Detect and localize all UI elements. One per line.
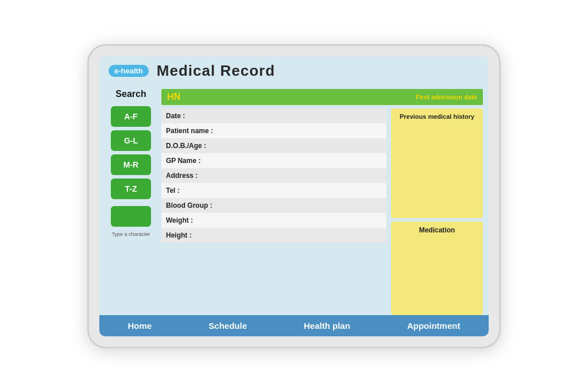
pmh-title: Previous medical history [400,113,474,120]
nav-btn-gl[interactable]: G-L [111,130,151,151]
main-content: Search A-F G-L M-R T-Z Type a character … [99,83,489,315]
form-row: Weight : [161,213,386,228]
form-field-label: Tel : [166,187,218,195]
type-char-box[interactable] [111,206,151,227]
form-field-label: Date : [166,112,218,120]
bottom-nav-item[interactable]: Health plan [304,321,350,331]
record-area: HN First admission date Date :Patient na… [161,83,483,315]
tablet-device: e-health Medical Record Search A-F G-L M… [87,44,501,348]
form-field-label: Patient name : [166,127,218,135]
hn-bar: HN First admission date [161,89,483,105]
form-field-label: Blood Group : [166,201,218,209]
form-row: Tel : [161,183,386,198]
app-title: Medical Record [157,62,275,80]
form-field-label: Weight : [166,216,218,224]
pmh-panel: Previous medical history [391,108,483,219]
form-field-label: Address : [166,172,218,180]
form-field-label: Height : [166,231,218,239]
form-row: D.O.B./Age : [161,138,386,153]
medication-title: Medication [419,226,455,234]
sidebar: Search A-F G-L M-R T-Z Type a character [105,83,157,315]
nav-btn-tz[interactable]: T-Z [111,178,151,199]
first-admission-label: First admission date [416,94,477,100]
app-header: e-health Medical Record [99,56,489,83]
record-body: Date :Patient name :D.O.B./Age :GP Name … [161,108,483,315]
form-field-label: GP Name : [166,157,218,165]
nav-btn-af[interactable]: A-F [111,106,151,127]
form-row: Height : [161,228,386,243]
ehealth-badge: e-health [109,65,149,77]
bottom-nav-item[interactable]: Schedule [208,321,247,331]
badge-text: e-health [114,67,143,75]
hn-label: HN [167,92,180,102]
tablet-screen: e-health Medical Record Search A-F G-L M… [99,56,489,336]
form-row: Date : [161,108,386,123]
bottom-nav-item[interactable]: Home [128,321,152,331]
type-char-label: Type a character [111,231,151,237]
medication-panel: Medication [391,222,483,315]
form-row: Patient name : [161,123,386,138]
patient-form: Date :Patient name :D.O.B./Age :GP Name … [161,108,386,315]
form-field-label: D.O.B./Age : [166,142,218,150]
side-panels: Previous medical history Medication [391,108,483,315]
search-label: Search [115,89,146,99]
form-row: Blood Group : [161,198,386,213]
form-row: GP Name : [161,153,386,168]
nav-btn-mr[interactable]: M-R [111,154,151,175]
bottom-nav: HomeScheduleHealth planAppointment [99,315,489,336]
bottom-nav-item[interactable]: Appointment [407,321,460,331]
form-row: Address : [161,168,386,183]
